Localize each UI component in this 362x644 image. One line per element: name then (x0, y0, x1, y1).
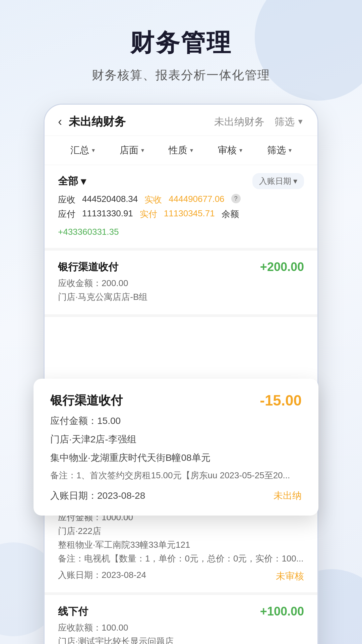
transaction-item-3[interactable]: 线下付 +100.00 应收款额：100.00 门店·测试宇比较长显示问题店 整… (45, 595, 317, 644)
header-title: 未出纳财务 (69, 114, 214, 129)
summary-arrow-icon: ▾ (92, 147, 95, 154)
header-filter-button[interactable]: 筛选 ▼ (275, 115, 304, 129)
summary-arrow-icon: ▾ (81, 175, 86, 187)
popup-detail3: 集中物业·龙湖重庆时代天街B幢08单元 (50, 450, 302, 466)
popup-date: 入账日期：2023-08-28 (50, 489, 145, 502)
trans2-date: 入账日期：2023-08-24 (58, 569, 146, 581)
filter-nature[interactable]: 性质 ▾ (157, 141, 206, 159)
popup-amount: -15.00 (260, 392, 302, 409)
entry-date-button[interactable]: 入账日期 ▾ (252, 173, 304, 189)
trans2-detail3: 整租物业·军工南院33幢33单元121 (58, 539, 304, 551)
screen-arrow-icon: ▾ (289, 147, 292, 154)
filter-summary[interactable]: 汇总 ▾ (58, 141, 107, 159)
filter-store[interactable]: 店面 ▾ (107, 141, 157, 159)
trans3-name: 线下付 (58, 605, 88, 619)
popup-note: 备注：1、首次签约交房租15.00元【房东uu 2023-05-25至20... (50, 469, 302, 483)
trans3-amount: +100.00 (260, 604, 304, 619)
transaction-item-1[interactable]: 银行渠道收付 +200.00 应收金额：200.00 门店·马克公寓店店-B组 (45, 251, 317, 317)
trans2-detail2: 门店·222店 (58, 525, 304, 537)
audit-arrow-icon: ▾ (239, 147, 242, 154)
filter-screen[interactable]: 筛选 ▾ (255, 141, 304, 159)
trans2-status: 未审核 (276, 570, 304, 583)
trans1-detail2: 门店·马克公寓店店-B组 (58, 291, 304, 303)
filter-arrow-icon: ▼ (297, 117, 304, 126)
trans1-amount: +200.00 (260, 260, 304, 274)
popup-card: 银行渠道收付 -15.00 应付金额：15.00 门店·天津2店-李强组 集中物… (34, 379, 318, 516)
trans3-detail2: 门店·测试宇比较长显示问题店 (58, 636, 304, 644)
phone-screen: ‹ 未出纳财务 未出纳财务 筛选 ▼ 汇总 ▾ 店面 ▾ (44, 104, 318, 644)
help-icon[interactable]: ? (231, 194, 241, 203)
popup-detail1: 应付金额：15.00 (50, 414, 302, 429)
entry-date-arrow-icon: ▾ (293, 176, 297, 186)
summary-row-2: 应付 11131330.91 实付 11130345.71 余额 +433360… (58, 208, 304, 237)
trans2-note: 备注：电视机【数量：1，单价：0元，总价：0元，实价：100... (58, 553, 304, 565)
store-arrow-icon: ▾ (141, 147, 144, 154)
header-tab[interactable]: 未出纳财务 (214, 115, 264, 129)
phone-header: ‹ 未出纳财务 未出纳财务 筛选 ▼ (45, 105, 317, 136)
page-title: 财务管理 (130, 27, 232, 59)
filter-bar: 汇总 ▾ 店面 ▾ 性质 ▾ 审核 ▾ 筛选 ▾ (45, 136, 317, 165)
summary-row-1: 应收 444520408.34 实收 444490677.06 ? (58, 194, 304, 206)
popup-title: 银行渠道收付 (50, 392, 123, 409)
summary-all-label[interactable]: 全部 ▾ (58, 174, 86, 188)
page-subtitle: 财务核算、报表分析一体化管理 (92, 67, 270, 84)
back-button[interactable]: ‹ (58, 115, 62, 129)
filter-audit[interactable]: 审核 ▾ (205, 141, 255, 159)
summary-section: 全部 ▾ 入账日期 ▾ 应收 444520408.34 实收 444490677… (45, 165, 317, 251)
phone-mockup: ‹ 未出纳财务 未出纳财务 筛选 ▼ 汇总 ▾ 店面 ▾ (44, 104, 318, 644)
nature-arrow-icon: ▾ (190, 147, 193, 154)
trans3-detail1: 应收款额：100.00 (58, 622, 304, 634)
trans1-name: 银行渠道收付 (58, 260, 118, 274)
popup-status: 未出纳 (274, 489, 302, 502)
trans1-detail1: 应收金额：200.00 (58, 277, 304, 289)
popup-detail2: 门店·天津2店-李强组 (50, 432, 302, 447)
